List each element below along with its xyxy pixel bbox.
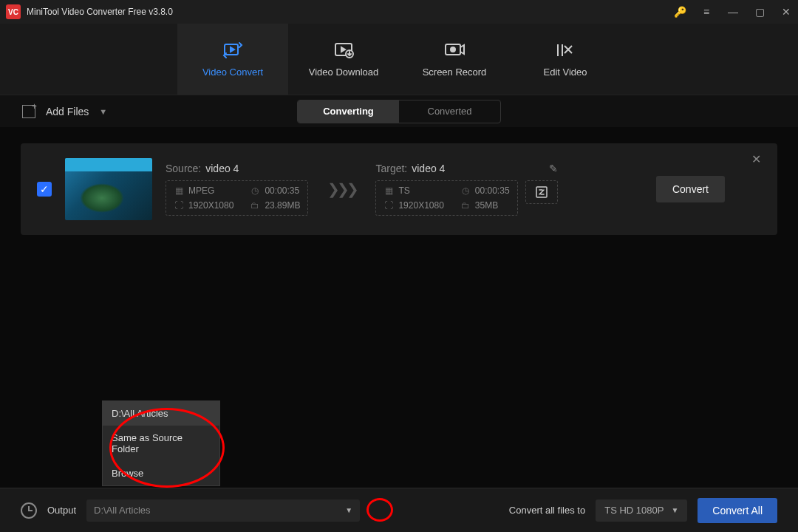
segment-converted[interactable]: Converted (399, 100, 500, 123)
resolution-icon: ⛶ (174, 200, 184, 211)
target-title: Target:video 4 (375, 163, 445, 174)
output-path-value: D:\All Articles (94, 505, 151, 516)
tab-label: Video Download (309, 66, 378, 78)
size-icon: 🗀 (250, 200, 260, 211)
output-menu-item[interactable]: Browse (103, 461, 219, 485)
file-checkbox[interactable]: ✓ (37, 182, 52, 197)
clock-icon: ◷ (460, 185, 471, 196)
source-info-box: ▦MPEG ◷00:00:35 ⛶1920X1080 🗀23.89MB (166, 180, 308, 216)
tab-video-convert[interactable]: Video Convert (177, 24, 288, 95)
target-info-box: ▦TS ◷00:00:35 ⛶1920X1080 🗀35MB (375, 180, 517, 216)
app-logo-icon: VC (6, 4, 21, 19)
main-tabs: Video Convert Video Download Screen Reco… (0, 24, 798, 95)
remove-file-button[interactable]: ✕ (751, 152, 761, 166)
source-meta: Source:video 4 ▦MPEG ◷00:00:35 ⛶1920X108… (166, 163, 308, 216)
size-icon: 🗀 (460, 200, 471, 211)
convert-all-label: Convert all files to (509, 505, 585, 516)
tab-video-download[interactable]: Video Download (288, 24, 399, 95)
video-convert-icon (222, 41, 244, 59)
minimize-button[interactable]: ― (727, 6, 739, 18)
resolution-icon: ⛶ (383, 200, 394, 211)
title-bar: VC MiniTool Video Converter Free v3.8.0 … (0, 0, 798, 24)
edit-target-icon[interactable]: ✎ (549, 163, 558, 174)
close-button[interactable]: ✕ (780, 6, 792, 18)
chevron-down-icon: ▼ (671, 506, 678, 514)
source-title: Source:video 4 (166, 163, 308, 174)
arrow-icon: ❯❯❯ (321, 180, 362, 198)
file-card: ✓ Source:video 4 ▦MPEG ◷00:00:35 ⛶1920X1… (21, 143, 777, 235)
convert-all-button[interactable]: Convert All (698, 498, 777, 523)
format-icon: ▦ (383, 185, 394, 196)
video-thumbnail[interactable] (65, 158, 152, 220)
maximize-button[interactable]: ▢ (754, 6, 765, 18)
edit-video-icon (554, 41, 576, 59)
schedule-icon[interactable] (21, 502, 37, 519)
target-settings-button[interactable] (525, 180, 558, 204)
upgrade-key-icon[interactable]: 🔑 (674, 6, 686, 18)
output-menu-item[interactable]: Same as Source Folder (103, 426, 219, 461)
video-download-icon (332, 41, 355, 59)
bottom-bar: Output D:\All Articles ▼ Convert all fil… (0, 488, 798, 532)
chevron-down-icon: ▼ (345, 506, 352, 514)
format-value: TS HD 1080P (604, 505, 664, 516)
tab-edit-video[interactable]: Edit Video (510, 24, 621, 95)
window-title: MiniTool Video Converter Free v3.8.0 (27, 7, 674, 17)
output-path-select[interactable]: D:\All Articles ▼ (86, 499, 360, 522)
add-files-button[interactable]: Add Files ▼ (22, 105, 107, 118)
status-segmented: Converting Converted (297, 100, 501, 123)
tab-label: Screen Record (423, 66, 487, 78)
tab-label: Edit Video (543, 66, 587, 78)
convert-button[interactable]: Convert (656, 176, 725, 202)
tab-label: Video Convert (202, 66, 263, 78)
add-files-label: Add Files (46, 106, 89, 117)
chevron-down-icon[interactable]: ▼ (99, 107, 107, 116)
svg-point-4 (451, 47, 455, 52)
target-meta: Target:video 4 ✎ ▦TS ◷00:00:35 ⛶1920X108… (375, 163, 557, 216)
file-list: ✓ Source:video 4 ▦MPEG ◷00:00:35 ⛶1920X1… (0, 127, 798, 251)
output-menu-item[interactable]: D:\All Articles (103, 401, 219, 426)
toolbar: Add Files ▼ Converting Converted (0, 95, 798, 127)
segment-converting[interactable]: Converting (298, 100, 399, 123)
clock-icon: ◷ (250, 185, 260, 196)
tab-screen-record[interactable]: Screen Record (399, 24, 510, 95)
menu-icon[interactable]: ≡ (700, 6, 712, 18)
output-path-menu: D:\All Articles Same as Source Folder Br… (102, 400, 220, 486)
format-icon: ▦ (174, 185, 184, 196)
output-label: Output (47, 505, 76, 516)
target-format-select[interactable]: TS HD 1080P ▼ (596, 499, 687, 522)
screen-record-icon (443, 41, 466, 59)
add-files-icon (22, 105, 35, 118)
